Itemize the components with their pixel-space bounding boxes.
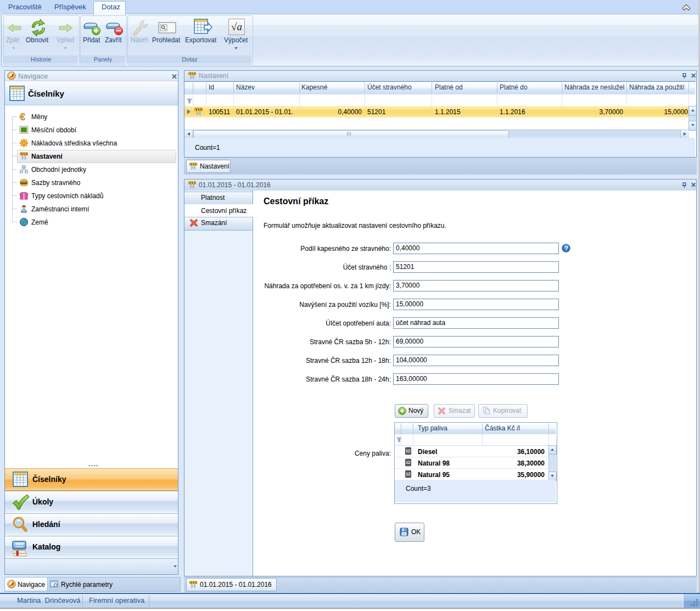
svg-text:€: € xyxy=(20,112,25,121)
svg-text:?: ? xyxy=(564,245,568,251)
